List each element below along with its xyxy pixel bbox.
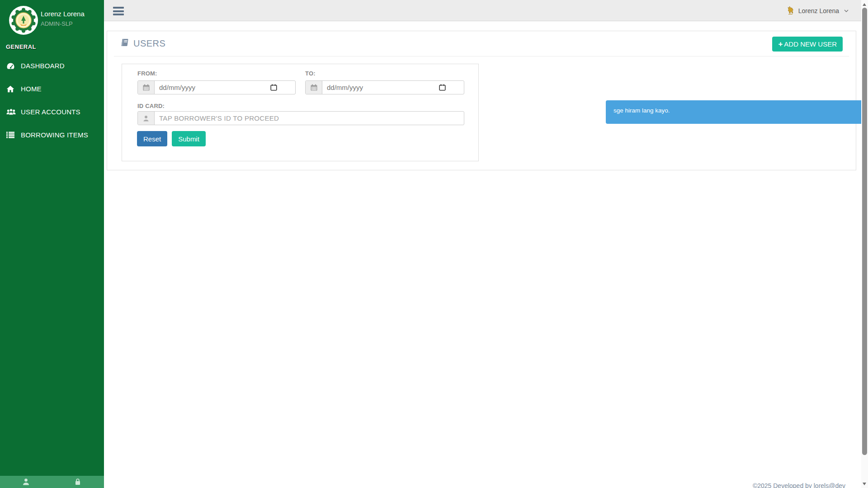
- plus-icon: +: [778, 40, 783, 48]
- users-panel-header: USERS + ADD NEW USER: [114, 31, 849, 56]
- sidebar-item-home[interactable]: HOME: [0, 77, 104, 100]
- borrow-filter-form: FROM: TO: ID CARD:: [122, 64, 479, 161]
- id-card-group: [137, 111, 464, 125]
- topbar: Lorenz Lorena: [104, 0, 861, 21]
- sidebar-item-label: BORROWING ITEMS: [21, 131, 88, 139]
- id-card-label: ID CARD:: [137, 103, 165, 109]
- calendar-icon: [138, 81, 155, 94]
- sidebar-item-label: USER ACCOUNTS: [21, 108, 80, 116]
- organization-logo: [9, 6, 38, 35]
- list-icon: [6, 131, 21, 138]
- sidebar-item-label: DASHBOARD: [21, 62, 65, 70]
- alert-message: sge hiram lang kayo.: [613, 107, 670, 114]
- sidebar-item-dashboard[interactable]: DASHBOARD: [0, 54, 104, 77]
- scroll-down-arrow-icon[interactable]: [863, 483, 866, 485]
- add-new-user-button[interactable]: + ADD NEW USER: [772, 37, 843, 52]
- vertical-scrollbar: [861, 0, 868, 488]
- id-card-input[interactable]: [155, 112, 464, 125]
- users-icon: [6, 108, 21, 115]
- page-title-text: USERS: [133, 38, 165, 49]
- hamburger-menu-icon[interactable]: [113, 7, 124, 17]
- sidebar-section-label: GENERAL: [6, 43, 36, 50]
- users-panel: USERS + ADD NEW USER FROM: TO: ID CARD:: [107, 31, 856, 170]
- dashboard-icon: [6, 62, 21, 70]
- user-menu-label: Lorenz Lorena: [798, 7, 839, 14]
- user-avatar-icon: [787, 5, 794, 16]
- date-picker-icon[interactable]: [439, 84, 446, 91]
- sidebar-footer-bar: [0, 476, 104, 488]
- book-icon: [120, 38, 129, 49]
- sidebar-item-user-accounts[interactable]: USER ACCOUNTS: [0, 100, 104, 123]
- sidebar-user-role: ADMIN-SLP: [41, 20, 73, 27]
- user-menu[interactable]: Lorenz Lorena: [787, 0, 849, 21]
- sidebar-item-label: HOME: [21, 85, 42, 93]
- to-label: TO:: [305, 70, 316, 77]
- submit-button[interactable]: Submit: [172, 131, 206, 146]
- reset-button[interactable]: Reset: [137, 131, 167, 146]
- person-icon[interactable]: [23, 478, 29, 487]
- chevron-down-icon: [844, 9, 849, 12]
- from-date-input[interactable]: [155, 81, 270, 94]
- date-picker-icon[interactable]: [270, 84, 277, 91]
- from-label: FROM:: [137, 70, 157, 77]
- person-icon: [138, 112, 155, 125]
- to-date-input[interactable]: [322, 81, 439, 94]
- to-date-group: [305, 80, 464, 94]
- sidebar-item-borrowing-items[interactable]: BORROWING ITEMS: [0, 123, 104, 146]
- sidebar: Lorenz Lorena ADMIN-SLP GENERAL DASHBOAR…: [0, 0, 104, 488]
- scrollbar-thumb[interactable]: [862, 8, 867, 455]
- info-alert: sge hiram lang kayo.: [606, 100, 868, 124]
- calendar-icon: [306, 81, 322, 94]
- sidebar-nav: DASHBOARD HOME: [0, 54, 104, 146]
- sidebar-user-name: Lorenz Lorena: [41, 10, 85, 18]
- add-new-user-label: ADD NEW USER: [784, 40, 837, 48]
- page-title: USERS: [120, 38, 165, 49]
- lock-icon[interactable]: [75, 478, 81, 487]
- from-date-group: [137, 80, 296, 94]
- home-icon: [6, 85, 21, 93]
- scroll-up-arrow-icon[interactable]: [863, 3, 866, 6]
- footer-credits: ©2025 Developed by lorels@dev: [0, 482, 845, 488]
- form-buttons: Reset Submit: [137, 131, 206, 146]
